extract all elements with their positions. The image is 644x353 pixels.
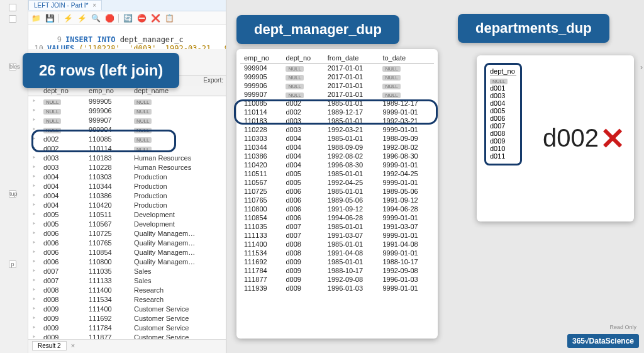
- table-row[interactable]: ‣d009111784Customer Service: [28, 323, 226, 332]
- cell: 111692: [240, 257, 282, 266]
- cell: 111400: [85, 304, 130, 313]
- cell: 111035: [240, 222, 282, 231]
- cell: 1992-09-08: [324, 275, 379, 284]
- cell: 1992-09-08: [379, 266, 434, 275]
- table-row: 110765d0061989-05-061991-09-12: [240, 196, 434, 205]
- cell: d004: [490, 99, 516, 107]
- table-row[interactable]: ‣d004110386Production: [28, 191, 226, 200]
- cell: 110420: [240, 160, 282, 169]
- cell: 110800: [85, 257, 130, 266]
- table-row[interactable]: ‣NULL999906NULL: [28, 106, 226, 115]
- table-row[interactable]: ‣d003110183Human Resources: [28, 153, 226, 162]
- table-row[interactable]: ‣d009111692Customer Service: [28, 313, 226, 323]
- cell: 1989-12-17: [324, 108, 379, 116]
- cell: NULL: [282, 72, 323, 81]
- table-row[interactable]: ‣d002110114NULL: [28, 143, 226, 153]
- explain-icon[interactable]: 🔍: [91, 13, 101, 23]
- table-row[interactable]: ‣d006110854Quality Managem…: [28, 247, 226, 257]
- table-row[interactable]: ‣NULL999907NULL: [28, 115, 226, 125]
- cell: d008: [282, 240, 323, 249]
- cell: 110085: [240, 99, 282, 108]
- cell: d004: [40, 181, 85, 191]
- table-row[interactable]: ‣d003110228Human Resources: [28, 162, 226, 172]
- cell: 1988-09-09: [379, 134, 434, 143]
- cell: NULL: [130, 134, 226, 143]
- cell: 1985-01-01: [324, 134, 379, 143]
- cell: Sales: [130, 266, 226, 276]
- cell: d007: [282, 222, 323, 231]
- table-row: 999906NULL2017-01-01NULL: [240, 81, 434, 90]
- table-row[interactable]: ‣d006110800Quality Managem…: [28, 257, 226, 266]
- execute-icon[interactable]: ⚡: [63, 13, 73, 23]
- cell: 1989-12-17: [379, 99, 434, 108]
- cell: d005: [282, 169, 323, 178]
- cell: 110085: [85, 134, 130, 143]
- cell: NULL: [130, 143, 226, 153]
- cell: Human Resources: [130, 162, 226, 172]
- save-file-icon[interactable]: 💾: [45, 13, 55, 23]
- cell: 1992-04-25: [324, 178, 379, 187]
- col-header: dept_no: [282, 53, 323, 64]
- refresh-icon[interactable]: 🔄: [123, 13, 133, 23]
- table-row[interactable]: ‣d004110420Production: [28, 200, 226, 210]
- table-row: 110800d0061991-09-121994-06-28: [240, 205, 434, 213]
- table-row[interactable]: ‣d008111400Research: [28, 285, 226, 294]
- stop-icon[interactable]: 🛑: [104, 13, 114, 23]
- table-row[interactable]: ‣NULL999905NULL: [28, 96, 226, 106]
- cell: d008: [40, 285, 85, 294]
- cell: 1989-05-06: [379, 187, 434, 196]
- table-row[interactable]: ‣d007111035Sales: [28, 266, 226, 276]
- table-row[interactable]: ‣d005110567Development: [28, 219, 226, 228]
- nav-icon-1[interactable]: [9, 4, 16, 11]
- snippet-icon[interactable]: 📋: [164, 13, 174, 23]
- cell: 9999-01-01: [379, 125, 434, 134]
- editor-tab[interactable]: LEFT JOIN - Part I* ×: [28, 0, 102, 10]
- cell: 2017-01-01: [324, 72, 379, 81]
- table-row[interactable]: ‣d006110765Quality Managem…: [28, 238, 226, 247]
- open-file-icon[interactable]: 📁: [31, 13, 41, 23]
- table-row[interactable]: ‣d004110303Production: [28, 172, 226, 181]
- nav-icon-2[interactable]: [9, 15, 16, 23]
- table-row: 999905NULL2017-01-01NULL: [240, 72, 434, 81]
- table-row[interactable]: ‣d008111534Research: [28, 294, 226, 304]
- cell: 9999-01-01: [379, 160, 434, 169]
- cell: 1988-09-09: [324, 143, 379, 152]
- scroll-chevron-icon[interactable]: ›: [640, 63, 643, 72]
- cell: 9999-01-01: [379, 213, 434, 222]
- table-row: 110725d0061985-01-011989-05-06: [240, 187, 434, 196]
- editor-tabbar: LEFT JOIN - Part I* ×: [28, 0, 226, 11]
- cell: 110386: [85, 191, 130, 200]
- cell: 111035: [85, 266, 130, 276]
- table-row[interactable]: ‣d006110725Quality Managem…: [28, 228, 226, 238]
- cell: Research: [130, 285, 226, 294]
- result-tab[interactable]: Result 2: [32, 341, 67, 350]
- cell: 1991-04-08: [324, 249, 379, 257]
- sql-editor[interactable]: 9INSERT INTO dept_manager_c 10VALUES ('1…: [28, 25, 226, 49]
- close-tab-icon[interactable]: ×: [92, 2, 96, 9]
- cell: 111784: [85, 323, 130, 332]
- table-row[interactable]: ‣d004110344Production: [28, 181, 226, 191]
- cell: NULL: [379, 72, 434, 81]
- cell: d008: [490, 130, 516, 137]
- cell: d004: [282, 143, 323, 152]
- cell: 110114: [240, 108, 282, 116]
- cell: 1991-03-07: [324, 231, 379, 240]
- table-row: 110567d0051992-04-259999-01-01: [240, 178, 434, 187]
- cell: 1991-09-12: [379, 196, 434, 205]
- table-row[interactable]: ‣d009111400Customer Service: [28, 304, 226, 313]
- table-row[interactable]: ‣d005110511Development: [28, 210, 226, 219]
- cell: d009: [282, 266, 323, 275]
- error-icon[interactable]: ⛔: [136, 13, 147, 23]
- close-icon[interactable]: ❌: [150, 13, 160, 23]
- cell: Production: [130, 200, 226, 210]
- result-grid[interactable]: dept_noemp_nodept_name‣NULL999905NULL‣NU…: [28, 86, 226, 339]
- execute-step-icon[interactable]: ⚡: [77, 13, 87, 23]
- table-row[interactable]: ‣d002110085NULL: [28, 134, 226, 143]
- table-row[interactable]: ‣NULL999904NULL: [28, 125, 226, 134]
- table-row[interactable]: ‣d009111877Customer Service: [28, 332, 226, 339]
- cell: Production: [130, 172, 226, 181]
- cell: 110854: [240, 213, 282, 222]
- cell: d002: [282, 108, 323, 116]
- result-tab-close-icon[interactable]: ×: [71, 342, 75, 349]
- table-row[interactable]: ‣d007111133Sales: [28, 276, 226, 285]
